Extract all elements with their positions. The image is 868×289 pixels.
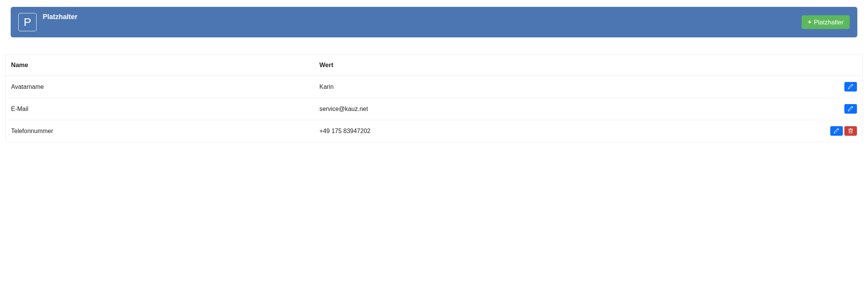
table-row: Telefonnummer+49 175 83947202 [6, 120, 862, 142]
column-header-value: Wert [314, 55, 777, 76]
cell-value: Karin [314, 76, 777, 98]
edit-button[interactable] [844, 104, 857, 114]
table-row: E-Mailservice@kauz.net [6, 98, 862, 120]
cell-name: Avatarname [6, 76, 314, 98]
trash-icon [848, 128, 854, 134]
cell-name: E-Mail [6, 98, 314, 120]
add-placeholder-button-label: Platzhalter [814, 19, 844, 26]
column-header-name: Name [6, 55, 314, 76]
edit-button[interactable] [830, 126, 843, 136]
cell-actions [776, 98, 862, 120]
pencil-icon [848, 106, 854, 112]
placeholder-table-card: Name Wert AvatarnameKarinE-Mailservice@k… [5, 54, 863, 142]
plus-icon: + [808, 18, 812, 26]
delete-button[interactable] [844, 126, 857, 136]
placeholder-table: Name Wert AvatarnameKarinE-Mailservice@k… [6, 55, 862, 142]
cell-value: service@kauz.net [314, 98, 777, 120]
column-header-actions [776, 55, 862, 76]
pencil-icon [848, 84, 854, 90]
page-title: Platzhalter [43, 13, 77, 21]
page-header: P Platzhalter + Platzhalter [11, 7, 857, 37]
cell-value: +49 175 83947202 [314, 120, 777, 142]
header-icon: P [18, 13, 37, 31]
cell-actions [776, 76, 862, 98]
edit-button[interactable] [844, 82, 857, 92]
table-row: AvatarnameKarin [6, 76, 862, 98]
cell-name: Telefonnummer [6, 120, 314, 142]
pencil-icon [834, 128, 839, 134]
header-left: P Platzhalter [18, 13, 802, 31]
cell-actions [776, 120, 862, 142]
add-placeholder-button[interactable]: + Platzhalter [802, 15, 850, 29]
header-icon-letter: P [24, 16, 31, 28]
